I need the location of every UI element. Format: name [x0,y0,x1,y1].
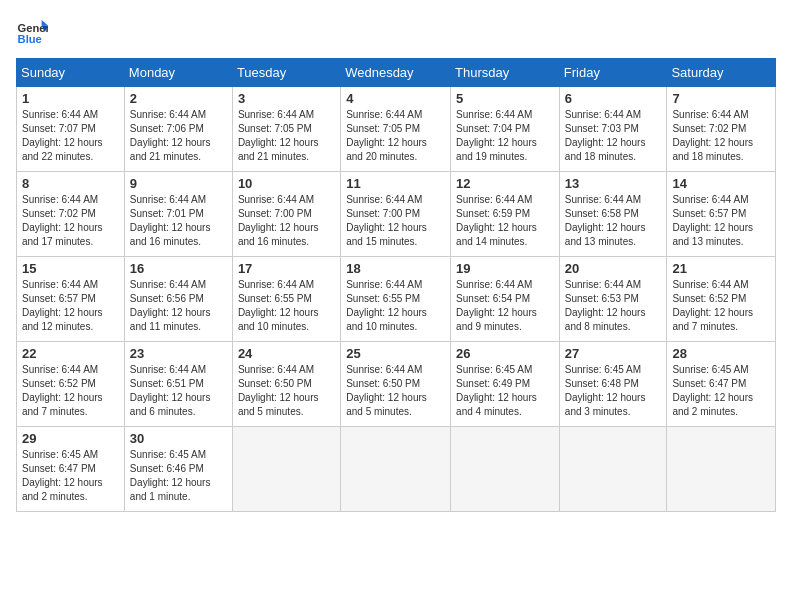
day-info: Sunrise: 6:44 AM Sunset: 7:02 PM Dayligh… [672,108,770,164]
day-number: 22 [22,346,119,361]
day-cell-1: 1 Sunrise: 6:44 AM Sunset: 7:07 PM Dayli… [17,87,125,172]
day-number: 25 [346,346,445,361]
day-cell-22: 22 Sunrise: 6:44 AM Sunset: 6:52 PM Dayl… [17,342,125,427]
day-info: Sunrise: 6:45 AM Sunset: 6:47 PM Dayligh… [22,448,119,504]
day-info: Sunrise: 6:44 AM Sunset: 7:00 PM Dayligh… [238,193,335,249]
day-cell-17: 17 Sunrise: 6:44 AM Sunset: 6:55 PM Dayl… [232,257,340,342]
day-info: Sunrise: 6:44 AM Sunset: 7:05 PM Dayligh… [346,108,445,164]
day-cell-13: 13 Sunrise: 6:44 AM Sunset: 6:58 PM Dayl… [559,172,667,257]
header-saturday: Saturday [667,59,776,87]
day-cell-28: 28 Sunrise: 6:45 AM Sunset: 6:47 PM Dayl… [667,342,776,427]
day-cell-16: 16 Sunrise: 6:44 AM Sunset: 6:56 PM Dayl… [124,257,232,342]
page-header: General Blue [16,16,776,48]
day-info: Sunrise: 6:44 AM Sunset: 6:59 PM Dayligh… [456,193,554,249]
empty-cell [451,427,560,512]
week-row-2: 8 Sunrise: 6:44 AM Sunset: 7:02 PM Dayli… [17,172,776,257]
day-cell-4: 4 Sunrise: 6:44 AM Sunset: 7:05 PM Dayli… [341,87,451,172]
header-friday: Friday [559,59,667,87]
day-number: 18 [346,261,445,276]
day-number: 27 [565,346,662,361]
day-cell-25: 25 Sunrise: 6:44 AM Sunset: 6:50 PM Dayl… [341,342,451,427]
header-monday: Monday [124,59,232,87]
day-number: 23 [130,346,227,361]
day-number: 7 [672,91,770,106]
day-info: Sunrise: 6:45 AM Sunset: 6:47 PM Dayligh… [672,363,770,419]
day-info: Sunrise: 6:44 AM Sunset: 6:52 PM Dayligh… [22,363,119,419]
day-info: Sunrise: 6:44 AM Sunset: 6:52 PM Dayligh… [672,278,770,334]
day-info: Sunrise: 6:44 AM Sunset: 6:54 PM Dayligh… [456,278,554,334]
empty-cell [341,427,451,512]
calendar: SundayMondayTuesdayWednesdayThursdayFrid… [16,58,776,512]
day-cell-27: 27 Sunrise: 6:45 AM Sunset: 6:48 PM Dayl… [559,342,667,427]
day-number: 16 [130,261,227,276]
day-info: Sunrise: 6:44 AM Sunset: 6:57 PM Dayligh… [672,193,770,249]
week-row-1: 1 Sunrise: 6:44 AM Sunset: 7:07 PM Dayli… [17,87,776,172]
day-info: Sunrise: 6:44 AM Sunset: 7:05 PM Dayligh… [238,108,335,164]
day-info: Sunrise: 6:44 AM Sunset: 6:57 PM Dayligh… [22,278,119,334]
day-cell-6: 6 Sunrise: 6:44 AM Sunset: 7:03 PM Dayli… [559,87,667,172]
day-cell-12: 12 Sunrise: 6:44 AM Sunset: 6:59 PM Dayl… [451,172,560,257]
day-info: Sunrise: 6:44 AM Sunset: 6:55 PM Dayligh… [346,278,445,334]
day-info: Sunrise: 6:44 AM Sunset: 6:51 PM Dayligh… [130,363,227,419]
day-cell-10: 10 Sunrise: 6:44 AM Sunset: 7:00 PM Dayl… [232,172,340,257]
day-number: 28 [672,346,770,361]
day-cell-14: 14 Sunrise: 6:44 AM Sunset: 6:57 PM Dayl… [667,172,776,257]
header-wednesday: Wednesday [341,59,451,87]
day-number: 29 [22,431,119,446]
day-number: 19 [456,261,554,276]
day-cell-26: 26 Sunrise: 6:45 AM Sunset: 6:49 PM Dayl… [451,342,560,427]
day-cell-19: 19 Sunrise: 6:44 AM Sunset: 6:54 PM Dayl… [451,257,560,342]
day-info: Sunrise: 6:44 AM Sunset: 7:03 PM Dayligh… [565,108,662,164]
day-number: 21 [672,261,770,276]
day-cell-8: 8 Sunrise: 6:44 AM Sunset: 7:02 PM Dayli… [17,172,125,257]
day-cell-2: 2 Sunrise: 6:44 AM Sunset: 7:06 PM Dayli… [124,87,232,172]
day-info: Sunrise: 6:45 AM Sunset: 6:49 PM Dayligh… [456,363,554,419]
day-number: 2 [130,91,227,106]
svg-text:Blue: Blue [18,33,42,45]
day-number: 11 [346,176,445,191]
day-cell-23: 23 Sunrise: 6:44 AM Sunset: 6:51 PM Dayl… [124,342,232,427]
day-cell-9: 9 Sunrise: 6:44 AM Sunset: 7:01 PM Dayli… [124,172,232,257]
day-number: 24 [238,346,335,361]
day-number: 8 [22,176,119,191]
day-cell-15: 15 Sunrise: 6:44 AM Sunset: 6:57 PM Dayl… [17,257,125,342]
day-info: Sunrise: 6:44 AM Sunset: 7:04 PM Dayligh… [456,108,554,164]
day-number: 13 [565,176,662,191]
day-number: 12 [456,176,554,191]
day-number: 14 [672,176,770,191]
week-row-4: 22 Sunrise: 6:44 AM Sunset: 6:52 PM Dayl… [17,342,776,427]
day-number: 4 [346,91,445,106]
day-cell-20: 20 Sunrise: 6:44 AM Sunset: 6:53 PM Dayl… [559,257,667,342]
header-sunday: Sunday [17,59,125,87]
day-number: 15 [22,261,119,276]
day-info: Sunrise: 6:45 AM Sunset: 6:46 PM Dayligh… [130,448,227,504]
day-number: 20 [565,261,662,276]
header-tuesday: Tuesday [232,59,340,87]
day-info: Sunrise: 6:45 AM Sunset: 6:48 PM Dayligh… [565,363,662,419]
day-cell-3: 3 Sunrise: 6:44 AM Sunset: 7:05 PM Dayli… [232,87,340,172]
day-cell-18: 18 Sunrise: 6:44 AM Sunset: 6:55 PM Dayl… [341,257,451,342]
day-info: Sunrise: 6:44 AM Sunset: 6:50 PM Dayligh… [238,363,335,419]
day-cell-21: 21 Sunrise: 6:44 AM Sunset: 6:52 PM Dayl… [667,257,776,342]
day-info: Sunrise: 6:44 AM Sunset: 6:53 PM Dayligh… [565,278,662,334]
day-number: 1 [22,91,119,106]
day-cell-29: 29 Sunrise: 6:45 AM Sunset: 6:47 PM Dayl… [17,427,125,512]
logo-icon: General Blue [16,16,48,48]
header-thursday: Thursday [451,59,560,87]
day-info: Sunrise: 6:44 AM Sunset: 7:07 PM Dayligh… [22,108,119,164]
day-number: 6 [565,91,662,106]
day-cell-11: 11 Sunrise: 6:44 AM Sunset: 7:00 PM Dayl… [341,172,451,257]
day-number: 17 [238,261,335,276]
day-cell-24: 24 Sunrise: 6:44 AM Sunset: 6:50 PM Dayl… [232,342,340,427]
day-cell-30: 30 Sunrise: 6:45 AM Sunset: 6:46 PM Dayl… [124,427,232,512]
day-info: Sunrise: 6:44 AM Sunset: 6:55 PM Dayligh… [238,278,335,334]
day-info: Sunrise: 6:44 AM Sunset: 7:01 PM Dayligh… [130,193,227,249]
day-number: 9 [130,176,227,191]
day-number: 10 [238,176,335,191]
empty-cell [667,427,776,512]
day-cell-7: 7 Sunrise: 6:44 AM Sunset: 7:02 PM Dayli… [667,87,776,172]
week-row-5: 29 Sunrise: 6:45 AM Sunset: 6:47 PM Dayl… [17,427,776,512]
header-row: SundayMondayTuesdayWednesdayThursdayFrid… [17,59,776,87]
day-info: Sunrise: 6:44 AM Sunset: 6:50 PM Dayligh… [346,363,445,419]
day-number: 26 [456,346,554,361]
